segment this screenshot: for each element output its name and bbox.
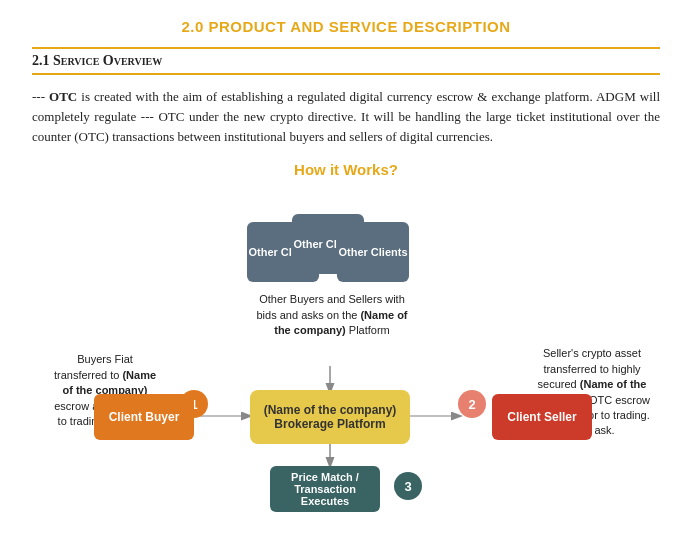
badge-2: 2 — [458, 390, 486, 418]
client-seller-box: Client Seller — [492, 394, 592, 440]
client-buyer-box: Client Buyer — [94, 394, 194, 440]
diagram: Other Clients Other Clients Other Client… — [32, 194, 660, 504]
main-title: 2.0 Product and Service Description — [32, 18, 660, 35]
annot-center: Other Buyers and Sellers with bids and a… — [252, 292, 412, 338]
body-text: --- OTC is created with the aim of estab… — [32, 87, 660, 147]
brokerage-platform-box: (Name of the company) Brokerage Platform — [250, 390, 410, 444]
price-match-box: Price Match / Transaction Executes — [270, 466, 380, 512]
page: 2.0 Product and Service Description 2.1 … — [0, 0, 692, 524]
badge-3: 3 — [394, 472, 422, 500]
other-clients-box-3: Other Clients — [337, 222, 409, 282]
section-header: 2.1 Service Overview — [32, 47, 660, 75]
how-it-works-title: How it Works? — [32, 161, 660, 178]
section-title: 2.1 Service Overview — [32, 53, 162, 68]
